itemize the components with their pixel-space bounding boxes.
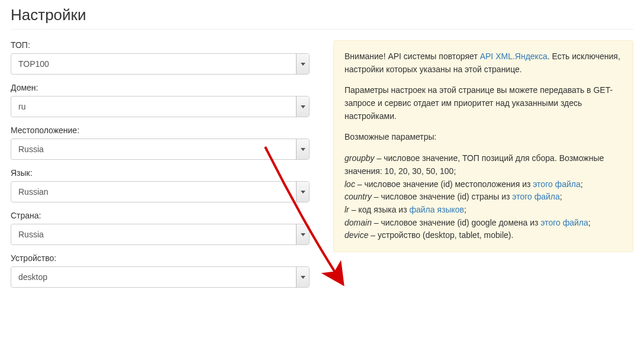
language-select[interactable]: Russian bbox=[11, 181, 310, 202]
device-label: Устройство: bbox=[11, 253, 310, 263]
info-panel: Внимание! API системы повторяет API XML.… bbox=[333, 40, 633, 252]
chevron-down-icon bbox=[296, 54, 309, 74]
loc-file-link[interactable]: этого файла bbox=[533, 179, 580, 189]
param-loc: loc bbox=[344, 179, 355, 189]
location-label: Местоположение: bbox=[11, 125, 310, 135]
api-xml-yandex-link[interactable]: API XML.Яндекса bbox=[480, 52, 548, 61]
chevron-down-icon bbox=[296, 96, 309, 117]
language-label: Язык: bbox=[11, 168, 310, 178]
location-select-value: Russia bbox=[11, 144, 296, 154]
device-select[interactable]: desktop bbox=[11, 266, 310, 288]
info-paragraph-1: Внимание! API системы повторяет API XML.… bbox=[344, 50, 622, 76]
info-params: groupby – числовое значение, ТОП позиций… bbox=[344, 152, 622, 242]
lr-file-link[interactable]: файла языков bbox=[409, 205, 464, 214]
page-title: Настройки bbox=[11, 6, 633, 30]
param-groupby: groupby bbox=[344, 153, 375, 163]
device-select-value: desktop bbox=[11, 272, 296, 282]
domain-select[interactable]: ru bbox=[11, 96, 310, 117]
top-select-value: TOP100 bbox=[11, 59, 296, 69]
country-file-link[interactable]: этого файла bbox=[512, 192, 559, 201]
top-select[interactable]: TOP100 bbox=[11, 53, 310, 75]
top-label: ТОП: bbox=[11, 40, 310, 50]
chevron-down-icon bbox=[296, 267, 309, 287]
chevron-down-icon bbox=[296, 224, 309, 244]
param-country: country bbox=[344, 192, 372, 201]
info-paragraph-2: Параметры настроек на этой странице вы м… bbox=[344, 84, 622, 123]
language-select-value: Russian bbox=[11, 187, 296, 197]
country-select[interactable]: Russia bbox=[11, 224, 310, 245]
param-device: device bbox=[344, 230, 368, 240]
chevron-down-icon bbox=[296, 182, 309, 202]
country-label: Страна: bbox=[11, 211, 310, 220]
settings-form: ТОП: TOP100 Домен: ru Местоположение: Ru… bbox=[11, 40, 310, 296]
domain-label: Домен: bbox=[11, 83, 310, 92]
param-domain: domain bbox=[344, 218, 372, 227]
info-paragraph-3: Возможные параметры: bbox=[344, 131, 622, 144]
domain-select-value: ru bbox=[11, 102, 296, 111]
country-select-value: Russia bbox=[11, 230, 296, 239]
location-select[interactable]: Russia bbox=[11, 139, 310, 160]
chevron-down-icon bbox=[296, 139, 309, 159]
domain-file-link[interactable]: этого файла bbox=[540, 218, 588, 227]
param-lr: lr bbox=[344, 205, 349, 214]
